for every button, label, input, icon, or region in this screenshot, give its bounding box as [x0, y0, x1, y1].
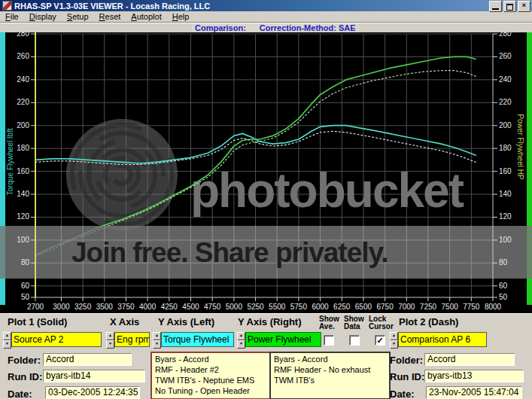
date-field-left[interactable]: 03-Dec-2005 12:24:35 — [45, 386, 140, 399]
spinner-down-icon[interactable] — [106, 340, 114, 349]
spinner-down-icon[interactable] — [3, 340, 11, 349]
xaxis-field[interactable]: Eng rpm — [114, 332, 150, 347]
svg-text:260: 260 — [499, 52, 512, 60]
svg-text:180: 180 — [17, 144, 29, 152]
spinner-down-icon[interactable] — [153, 340, 161, 349]
svg-text:7750: 7750 — [463, 303, 480, 311]
svg-text:260: 260 — [17, 52, 29, 60]
folder-field-left[interactable]: Accord — [43, 353, 132, 366]
restore-button[interactable] — [503, 1, 516, 12]
show-data-header: Show Data — [344, 315, 368, 330]
app-icon — [2, 1, 12, 11]
run-note-line: RMF - Header #2 — [155, 364, 267, 375]
minimize-icon — [492, 8, 499, 10]
run-note-line: Byars - Accord — [155, 354, 267, 364]
menu-item-autoplot[interactable]: Autoplot — [126, 12, 166, 21]
xaxis-header: X Axis — [110, 316, 139, 327]
folder-label-right: Folder: — [390, 355, 423, 366]
svg-text:8000: 8000 — [485, 303, 502, 311]
dyno-chart[interactable]: photobucketJoin free. Share privately.27… — [0, 32, 532, 313]
svg-text:5250: 5250 — [247, 303, 264, 311]
info-bar: Comparison:Correction-Method: SAE — [0, 23, 532, 32]
svg-text:220: 220 — [499, 98, 512, 106]
runid-label-right: Run ID: — [390, 371, 424, 382]
date-label-right: Date: — [390, 388, 415, 399]
svg-text:60: 60 — [21, 282, 30, 290]
run-notes-left[interactable]: Byars - AccordRMF - Header #2TWM ITB's -… — [150, 352, 272, 399]
photobucket-brand-watermark: photobucket — [190, 163, 464, 218]
spinner-up-icon[interactable] — [106, 332, 114, 340]
spinner-down-icon[interactable] — [237, 340, 245, 349]
comparison-label: Comparison: — [195, 23, 246, 32]
plot2-source-field[interactable]: Comparison AP 6 — [398, 332, 487, 347]
svg-text:100: 100 — [499, 236, 512, 244]
svg-text:7000: 7000 — [398, 303, 415, 311]
plot2-source-spinner[interactable] — [390, 332, 398, 347]
window-title: RHAS-SP V1.3-03E VIEWER - Locash Racing,… — [14, 2, 210, 11]
svg-text:5500: 5500 — [269, 303, 286, 311]
lock-cursor-checkbox[interactable]: ✓ — [375, 335, 385, 346]
plot1-header: Plot 1 (Solid) — [8, 316, 67, 327]
spinner-up-icon[interactable] — [390, 332, 398, 340]
menu-item-reset[interactable]: Reset — [94, 12, 126, 21]
minimize-button[interactable] — [489, 1, 502, 12]
close-button[interactable]: × — [518, 1, 530, 12]
plot1-source-field[interactable]: Source AP 2 — [11, 332, 102, 347]
show-data-checkbox[interactable] — [349, 335, 360, 346]
chart-section: photobucketJoin free. Share privately.27… — [0, 32, 532, 313]
spinner-up-icon[interactable] — [3, 332, 11, 340]
svg-text:50: 50 — [499, 293, 508, 301]
yaxis-left-header: Y Axis (Left) — [158, 316, 214, 327]
svg-text:3000: 3000 — [53, 303, 70, 311]
title-bar: RHAS-SP V1.3-03E VIEWER - Locash Racing,… — [0, 0, 532, 11]
svg-text:7500: 7500 — [442, 303, 459, 311]
spinner-up-icon[interactable] — [237, 332, 245, 340]
svg-text:6250: 6250 — [333, 303, 351, 311]
photobucket-tagline-watermark: Join free. Share privately. — [71, 237, 388, 268]
plot1-source-spinner[interactable] — [3, 332, 11, 347]
lock-cursor-header: Lock Cursor — [369, 315, 397, 330]
menu-item-help[interactable]: Help — [167, 12, 195, 21]
date-label-left: Date: — [8, 388, 32, 399]
svg-text:80: 80 — [21, 258, 30, 267]
svg-text:120: 120 — [17, 212, 29, 221]
app-window: RHAS-SP V1.3-03E VIEWER - Locash Racing,… — [0, 0, 532, 399]
run-note-line: TWM ITB's — [274, 375, 386, 385]
xaxis-spinner[interactable] — [106, 332, 114, 347]
yaxis-left-field[interactable]: Torque Flywheel — [161, 332, 234, 347]
menu-item-display[interactable]: Display — [24, 12, 62, 21]
spinner-up-icon[interactable] — [153, 332, 161, 340]
left-axis-title: Torque Flywheel lbft — [6, 128, 14, 195]
svg-text:140: 140 — [17, 190, 29, 198]
menu-item-file[interactable]: File — [0, 12, 24, 21]
date-field-right[interactable]: 23-Nov-2005 15:47:04 — [426, 386, 522, 399]
run-note-line: RMF Header - No exhaust — [274, 364, 386, 375]
run-notes-right[interactable]: Byars - AccordRMF Header - No exhaustTWM… — [269, 352, 391, 399]
comparison-status: Comparison:Correction-Method: SAE — [192, 23, 359, 32]
svg-text:180: 180 — [499, 144, 512, 152]
folder-field-right[interactable]: Accord — [424, 353, 515, 366]
svg-text:50: 50 — [21, 293, 30, 301]
spinner-down-icon[interactable] — [390, 340, 398, 349]
svg-text:280: 280 — [17, 32, 29, 38]
correction-method-label: Correction-Method: SAE — [260, 23, 356, 32]
yaxis-right-field[interactable]: Power Flywheel — [245, 332, 321, 347]
svg-text:140: 140 — [499, 190, 512, 198]
svg-text:4000: 4000 — [139, 303, 157, 311]
svg-text:240: 240 — [17, 75, 29, 84]
yaxis-left-spinner[interactable] — [153, 332, 161, 347]
yaxis-right-spinner[interactable] — [237, 332, 245, 347]
svg-text:100: 100 — [17, 236, 29, 244]
runid-field-left[interactable]: byars-itb14 — [43, 370, 145, 382]
svg-text:80: 80 — [499, 258, 508, 267]
svg-text:6000: 6000 — [312, 303, 329, 311]
svg-text:2700: 2700 — [27, 303, 44, 311]
menu-item-setup[interactable]: Setup — [62, 12, 94, 21]
show-ave-header: Show Ave. — [319, 315, 343, 330]
control-panel: Plot 1 (Solid) X Axis Y Axis (Left) Y Ax… — [0, 313, 532, 399]
svg-text:200: 200 — [17, 121, 29, 129]
runid-label-left: Run ID: — [8, 371, 42, 382]
plot2-header: Plot 2 (Dash) — [399, 316, 458, 327]
show-ave-checkbox[interactable] — [324, 335, 334, 346]
runid-field-right[interactable]: byars-itb13 — [424, 370, 524, 382]
